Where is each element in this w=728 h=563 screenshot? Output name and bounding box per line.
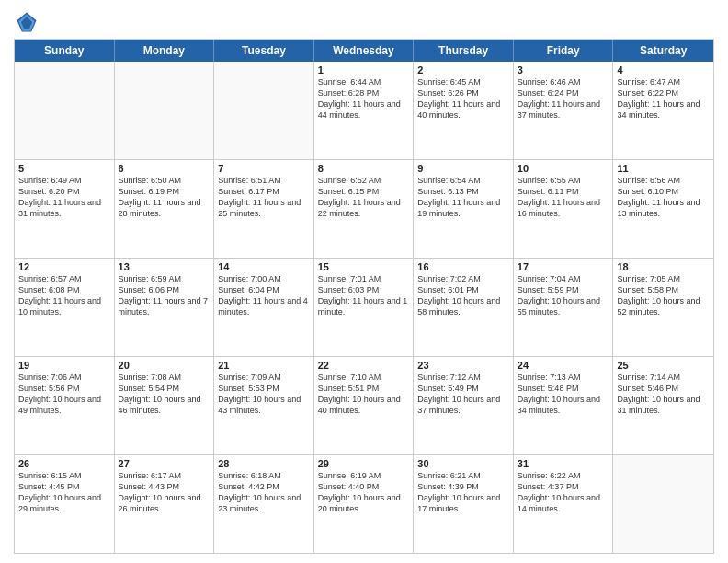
day-cell-29: 29Sunrise: 6:19 AM Sunset: 4:40 PM Dayli…: [314, 455, 415, 553]
day-number: 10: [518, 163, 609, 174]
day-number: 19: [18, 360, 110, 371]
day-cell-4: 4Sunrise: 6:47 AM Sunset: 6:22 PM Daylig…: [613, 62, 713, 159]
day-info: Sunrise: 7:02 AM Sunset: 6:01 PM Dayligh…: [417, 273, 509, 318]
day-cell-25: 25Sunrise: 7:14 AM Sunset: 5:46 PM Dayli…: [613, 357, 713, 454]
day-cell-17: 17Sunrise: 7:04 AM Sunset: 5:59 PM Dayli…: [514, 259, 614, 356]
logo: [14, 9, 41, 35]
calendar-row-0: 1Sunrise: 6:44 AM Sunset: 6:28 PM Daylig…: [15, 62, 713, 160]
empty-cell-0-2: [214, 62, 314, 159]
day-number: 23: [417, 360, 509, 371]
day-info: Sunrise: 7:04 AM Sunset: 5:59 PM Dayligh…: [518, 273, 609, 318]
day-cell-5: 5Sunrise: 6:49 AM Sunset: 6:20 PM Daylig…: [15, 160, 115, 258]
day-cell-20: 20Sunrise: 7:08 AM Sunset: 5:54 PM Dayli…: [115, 357, 215, 454]
day-cell-8: 8Sunrise: 6:52 AM Sunset: 6:15 PM Daylig…: [314, 160, 415, 258]
day-number: 22: [318, 360, 410, 371]
day-info: Sunrise: 7:12 AM Sunset: 5:49 PM Dayligh…: [417, 372, 509, 417]
day-cell-14: 14Sunrise: 7:00 AM Sunset: 6:04 PM Dayli…: [214, 259, 314, 356]
day-cell-12: 12Sunrise: 6:57 AM Sunset: 6:08 PM Dayli…: [15, 259, 115, 356]
day-info: Sunrise: 6:52 AM Sunset: 6:15 PM Dayligh…: [318, 175, 410, 220]
day-cell-1: 1Sunrise: 6:44 AM Sunset: 6:28 PM Daylig…: [314, 62, 415, 159]
empty-cell-4-6: [613, 455, 713, 553]
day-cell-3: 3Sunrise: 6:46 AM Sunset: 6:24 PM Daylig…: [514, 62, 614, 159]
day-info: Sunrise: 7:01 AM Sunset: 6:03 PM Dayligh…: [318, 273, 410, 318]
day-cell-13: 13Sunrise: 6:59 AM Sunset: 6:06 PM Dayli…: [115, 259, 215, 356]
day-cell-31: 31Sunrise: 6:22 AM Sunset: 4:37 PM Dayli…: [514, 455, 614, 553]
day-info: Sunrise: 6:59 AM Sunset: 6:06 PM Dayligh…: [119, 273, 210, 318]
day-info: Sunrise: 6:55 AM Sunset: 6:11 PM Dayligh…: [518, 175, 609, 220]
day-number: 20: [119, 360, 210, 371]
day-cell-11: 11Sunrise: 6:56 AM Sunset: 6:10 PM Dayli…: [613, 160, 713, 258]
day-number: 3: [518, 64, 609, 75]
day-number: 9: [417, 163, 509, 174]
day-number: 25: [617, 360, 710, 371]
day-info: Sunrise: 6:49 AM Sunset: 6:20 PM Dayligh…: [18, 175, 110, 220]
day-number: 16: [417, 261, 509, 272]
calendar-row-1: 5Sunrise: 6:49 AM Sunset: 6:20 PM Daylig…: [15, 160, 713, 259]
day-info: Sunrise: 6:22 AM Sunset: 4:37 PM Dayligh…: [518, 470, 609, 515]
day-number: 17: [518, 261, 609, 272]
day-cell-24: 24Sunrise: 7:13 AM Sunset: 5:48 PM Dayli…: [514, 357, 614, 454]
day-number: 8: [318, 163, 410, 174]
day-info: Sunrise: 6:18 AM Sunset: 4:42 PM Dayligh…: [218, 470, 310, 515]
day-cell-6: 6Sunrise: 6:50 AM Sunset: 6:19 PM Daylig…: [115, 160, 215, 258]
day-cell-21: 21Sunrise: 7:09 AM Sunset: 5:53 PM Dayli…: [214, 357, 314, 454]
day-cell-9: 9Sunrise: 6:54 AM Sunset: 6:13 PM Daylig…: [414, 160, 514, 258]
day-number: 4: [617, 64, 710, 75]
logo-icon: [14, 9, 40, 35]
day-info: Sunrise: 6:44 AM Sunset: 6:28 PM Dayligh…: [318, 76, 410, 121]
day-header-friday: Friday: [514, 40, 614, 62]
day-info: Sunrise: 6:19 AM Sunset: 4:40 PM Dayligh…: [318, 470, 410, 515]
day-info: Sunrise: 7:08 AM Sunset: 5:54 PM Dayligh…: [119, 372, 210, 417]
header: [14, 9, 714, 35]
day-info: Sunrise: 6:15 AM Sunset: 4:45 PM Dayligh…: [18, 470, 110, 515]
day-cell-7: 7Sunrise: 6:51 AM Sunset: 6:17 PM Daylig…: [214, 160, 314, 258]
calendar-header: SundayMondayTuesdayWednesdayThursdayFrid…: [15, 40, 713, 62]
day-info: Sunrise: 7:13 AM Sunset: 5:48 PM Dayligh…: [518, 372, 609, 417]
calendar-row-2: 12Sunrise: 6:57 AM Sunset: 6:08 PM Dayli…: [15, 259, 713, 357]
day-number: 13: [119, 261, 210, 272]
day-info: Sunrise: 7:10 AM Sunset: 5:51 PM Dayligh…: [318, 372, 410, 417]
day-info: Sunrise: 6:46 AM Sunset: 6:24 PM Dayligh…: [518, 76, 609, 121]
day-cell-18: 18Sunrise: 7:05 AM Sunset: 5:58 PM Dayli…: [613, 259, 713, 356]
day-cell-27: 27Sunrise: 6:17 AM Sunset: 4:43 PM Dayli…: [115, 455, 215, 553]
day-info: Sunrise: 7:14 AM Sunset: 5:46 PM Dayligh…: [617, 372, 710, 417]
day-cell-26: 26Sunrise: 6:15 AM Sunset: 4:45 PM Dayli…: [15, 455, 115, 553]
day-info: Sunrise: 7:00 AM Sunset: 6:04 PM Dayligh…: [218, 273, 310, 318]
day-cell-15: 15Sunrise: 7:01 AM Sunset: 6:03 PM Dayli…: [314, 259, 415, 356]
day-number: 7: [218, 163, 310, 174]
day-number: 14: [218, 261, 310, 272]
empty-cell-0-1: [115, 62, 215, 159]
day-info: Sunrise: 6:50 AM Sunset: 6:19 PM Dayligh…: [119, 175, 210, 220]
day-info: Sunrise: 6:56 AM Sunset: 6:10 PM Dayligh…: [617, 175, 710, 220]
day-header-monday: Monday: [115, 40, 215, 62]
day-info: Sunrise: 6:17 AM Sunset: 4:43 PM Dayligh…: [119, 470, 210, 515]
day-cell-16: 16Sunrise: 7:02 AM Sunset: 6:01 PM Dayli…: [414, 259, 514, 356]
day-info: Sunrise: 6:47 AM Sunset: 6:22 PM Dayligh…: [617, 76, 710, 121]
day-header-sunday: Sunday: [15, 40, 115, 62]
day-info: Sunrise: 6:45 AM Sunset: 6:26 PM Dayligh…: [417, 76, 509, 121]
day-number: 11: [617, 163, 710, 174]
day-number: 2: [417, 64, 509, 75]
day-cell-2: 2Sunrise: 6:45 AM Sunset: 6:26 PM Daylig…: [414, 62, 514, 159]
day-number: 18: [617, 261, 710, 272]
day-cell-30: 30Sunrise: 6:21 AM Sunset: 4:39 PM Dayli…: [414, 455, 514, 553]
day-number: 21: [218, 360, 310, 371]
day-cell-23: 23Sunrise: 7:12 AM Sunset: 5:49 PM Dayli…: [414, 357, 514, 454]
day-cell-19: 19Sunrise: 7:06 AM Sunset: 5:56 PM Dayli…: [15, 357, 115, 454]
day-info: Sunrise: 6:21 AM Sunset: 4:39 PM Dayligh…: [417, 470, 509, 515]
day-number: 29: [318, 458, 410, 469]
day-number: 26: [18, 458, 110, 469]
calendar-body: 1Sunrise: 6:44 AM Sunset: 6:28 PM Daylig…: [15, 62, 713, 553]
day-info: Sunrise: 7:09 AM Sunset: 5:53 PM Dayligh…: [218, 372, 310, 417]
day-cell-22: 22Sunrise: 7:10 AM Sunset: 5:51 PM Dayli…: [314, 357, 415, 454]
day-number: 27: [119, 458, 210, 469]
day-header-wednesday: Wednesday: [314, 40, 415, 62]
day-header-tuesday: Tuesday: [214, 40, 314, 62]
day-number: 31: [518, 458, 609, 469]
day-cell-28: 28Sunrise: 6:18 AM Sunset: 4:42 PM Dayli…: [214, 455, 314, 553]
day-header-thursday: Thursday: [414, 40, 514, 62]
day-info: Sunrise: 7:06 AM Sunset: 5:56 PM Dayligh…: [18, 372, 110, 417]
day-number: 24: [518, 360, 609, 371]
day-number: 5: [18, 163, 110, 174]
day-info: Sunrise: 6:54 AM Sunset: 6:13 PM Dayligh…: [417, 175, 509, 220]
